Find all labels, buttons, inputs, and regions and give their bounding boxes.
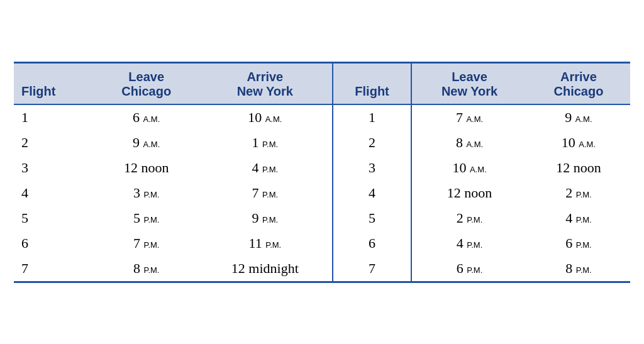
flight-num-1: 1 — [14, 104, 95, 130]
table-row: 5 5 p.m. 9 p.m. 5 2 p.m. 4 p.m. — [14, 206, 630, 231]
flight-num-2: 6 — [333, 231, 411, 256]
flight-schedule-table: Flight LeaveChicago ArriveNew York Fligh… — [14, 62, 630, 283]
flight-num-1: 2 — [14, 130, 95, 155]
flight-num-2: 2 — [333, 130, 411, 155]
arrive-chicago-time: 9 a.m. — [527, 104, 630, 130]
col-header-flight-2: Flight — [333, 64, 411, 104]
flight-num-1: 6 — [14, 231, 95, 256]
flight-num-1: 3 — [14, 155, 95, 180]
flight-num-2: 4 — [333, 180, 411, 206]
col-header-arrive-ny: ArriveNew York — [198, 64, 333, 104]
arrive-chicago-time: 6 p.m. — [527, 231, 630, 256]
flight-num-1: 5 — [14, 206, 95, 231]
table-row: 4 3 p.m. 7 p.m. 4 12 noon 2 p.m. — [14, 180, 630, 206]
col-header-arrive-chicago: ArriveChicago — [527, 64, 630, 104]
arrive-chicago-time: 12 noon — [527, 155, 630, 180]
col-header-leave-ny: LeaveNew York — [411, 64, 527, 104]
leave-chicago-time: 3 p.m. — [95, 180, 198, 206]
leave-chicago-time: 8 p.m. — [95, 256, 198, 281]
leave-ny-time: 8 a.m. — [411, 130, 527, 155]
table-row: 2 9 a.m. 1 p.m. 2 8 a.m. 10 a.m. — [14, 130, 630, 155]
leave-ny-time: 10 a.m. — [411, 155, 527, 180]
arrive-ny-time: 7 p.m. — [198, 180, 333, 206]
col-header-leave-chicago: LeaveChicago — [95, 64, 198, 104]
table-row: 1 6 a.m. 10 a.m. 1 7 a.m. 9 a.m. — [14, 104, 630, 130]
table-header: Flight LeaveChicago ArriveNew York Fligh… — [14, 64, 630, 104]
arrive-ny-time: 4 p.m. — [198, 155, 333, 180]
flight-num-1: 4 — [14, 180, 95, 206]
arrive-ny-time: 9 p.m. — [198, 206, 333, 231]
leave-ny-time: 2 p.m. — [411, 206, 527, 231]
flight-num-2: 7 — [333, 256, 411, 281]
arrive-chicago-time: 10 a.m. — [527, 130, 630, 155]
flight-num-2: 1 — [333, 104, 411, 130]
col-header-flight-1: Flight — [14, 64, 95, 104]
flight-num-2: 5 — [333, 206, 411, 231]
flight-num-1: 7 — [14, 256, 95, 281]
leave-chicago-time: 7 p.m. — [95, 231, 198, 256]
leave-chicago-time: 5 p.m. — [95, 206, 198, 231]
table-row: 7 8 p.m. 12 midnight 7 6 p.m. 8 p.m. — [14, 256, 630, 281]
leave-ny-time: 6 p.m. — [411, 256, 527, 281]
arrive-chicago-time: 8 p.m. — [527, 256, 630, 281]
leave-ny-time: 4 p.m. — [411, 231, 527, 256]
leave-chicago-time: 12 noon — [95, 155, 198, 180]
leave-chicago-time: 9 a.m. — [95, 130, 198, 155]
arrive-ny-time: 1 p.m. — [198, 130, 333, 155]
leave-ny-time: 7 a.m. — [411, 104, 527, 130]
leave-chicago-time: 6 a.m. — [95, 104, 198, 130]
table-row: 6 7 p.m. 11 p.m. 6 4 p.m. 6 p.m. — [14, 231, 630, 256]
leave-ny-time: 12 noon — [411, 180, 527, 206]
arrive-chicago-time: 4 p.m. — [527, 206, 630, 231]
table-row: 3 12 noon 4 p.m. 3 10 a.m. 12 noon — [14, 155, 630, 180]
arrive-ny-time: 12 midnight — [198, 256, 333, 281]
arrive-ny-time: 10 a.m. — [198, 104, 333, 130]
flight-num-2: 3 — [333, 155, 411, 180]
arrive-ny-time: 11 p.m. — [198, 231, 333, 256]
arrive-chicago-time: 2 p.m. — [527, 180, 630, 206]
